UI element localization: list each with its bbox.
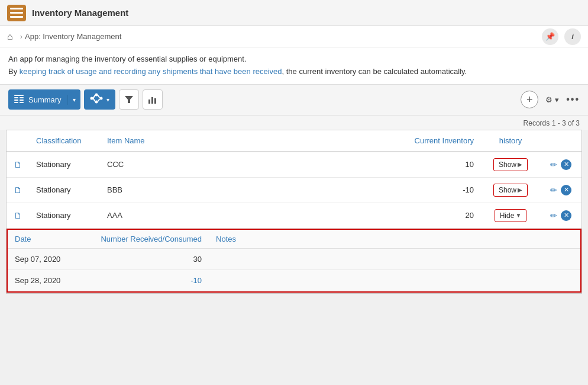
svg-rect-16 xyxy=(148,100,150,104)
edit-button[interactable]: ✏ xyxy=(550,185,557,195)
app-icon xyxy=(7,5,26,21)
svg-line-12 xyxy=(93,98,95,101)
row-item-name: AAA xyxy=(100,203,386,228)
row-current-inventory: 20 xyxy=(386,203,481,228)
table-header-row: Classification Item Name Current Invento… xyxy=(7,130,581,152)
delete-button[interactable]: ✕ xyxy=(561,185,571,195)
sub-row-notes xyxy=(209,270,580,291)
row-icon-cell: 🗋 xyxy=(7,177,29,203)
edit-button[interactable]: ✏ xyxy=(550,211,557,220)
table-row: 🗋 Stationary CCC 10 Show▶ ✏ ✕ xyxy=(7,152,581,178)
row-classification: Stationary xyxy=(29,177,100,203)
svg-rect-2 xyxy=(20,97,24,98)
svg-line-11 xyxy=(93,95,95,98)
connect-dropdown-icon: ▾ xyxy=(106,97,109,103)
breadcrumb: App: Inventory Management xyxy=(25,32,121,41)
home-icon[interactable]: ⌂ xyxy=(7,31,13,42)
row-classification: Stationary xyxy=(29,203,100,228)
view-dropdown-btn[interactable]: ▾ xyxy=(68,97,80,103)
view-selector[interactable]: Summary ▾ xyxy=(8,89,80,110)
filter-button[interactable] xyxy=(119,89,139,110)
hide-history-button[interactable]: Hide▼ xyxy=(495,209,527,222)
settings-button[interactable]: ⚙ ▾ xyxy=(542,93,563,107)
row-actions-cell: ✏ ✕ xyxy=(540,203,581,228)
show-history-button[interactable]: Show▶ xyxy=(493,158,528,171)
plus-icon: + xyxy=(526,94,533,106)
sub-col-header-number: Number Received/Consumed xyxy=(79,230,209,249)
sub-row-number: 30 xyxy=(79,248,209,270)
svg-point-8 xyxy=(95,94,98,97)
description-line2: By keeping track of usage and recording … xyxy=(8,66,580,78)
arrow-down-icon: ▼ xyxy=(515,212,521,219)
svg-rect-17 xyxy=(151,97,153,104)
col-header-item-name: Item Name xyxy=(100,130,386,152)
svg-rect-0 xyxy=(14,95,24,96)
doc-icon: 🗋 xyxy=(14,185,22,195)
svg-line-14 xyxy=(98,99,99,101)
row-current-inventory: -10 xyxy=(386,177,481,203)
col-header-current-inventory: Current Inventory xyxy=(386,130,481,152)
view-selector-main[interactable]: Summary xyxy=(8,95,68,105)
svg-rect-18 xyxy=(154,98,156,104)
row-actions-cell: ✏ ✕ xyxy=(540,177,581,203)
sub-col-header-notes: Notes xyxy=(209,230,580,249)
connect-button[interactable]: ▾ xyxy=(84,89,115,110)
pin-button[interactable]: 📌 xyxy=(542,28,558,45)
table-row: 🗋 Stationary BBB -10 Show▶ ✏ ✕ xyxy=(7,177,581,203)
svg-line-13 xyxy=(98,95,99,98)
sub-col-header-date: Date xyxy=(8,230,79,249)
description-bar: An app for managing the inventory of ess… xyxy=(0,47,588,85)
svg-point-9 xyxy=(95,101,98,104)
row-classification: Stationary xyxy=(29,152,100,178)
row-history-cell: Show▶ xyxy=(481,152,540,178)
col-header-icon xyxy=(7,130,29,152)
doc-icon: 🗋 xyxy=(14,211,22,220)
toolbar: Summary ▾ ▾ xyxy=(0,85,588,116)
chevron-down-icon: ▾ xyxy=(73,97,76,103)
edit-button[interactable]: ✏ xyxy=(550,160,557,169)
sub-table-header-row: Date Number Received/Consumed Notes xyxy=(8,230,580,249)
gear-icon: ⚙ xyxy=(545,95,553,104)
svg-rect-1 xyxy=(14,97,18,98)
arrow-right-icon: ▶ xyxy=(518,161,522,168)
settings-dropdown-icon: ▾ xyxy=(555,95,559,104)
show-label: Show xyxy=(499,161,516,169)
svg-rect-5 xyxy=(14,102,18,103)
sub-table-row: Sep 07, 2020 30 xyxy=(8,248,580,270)
info-button[interactable]: i xyxy=(564,28,581,45)
col-header-actions xyxy=(540,130,581,152)
breadcrumb-bar: ⌂ › App: Inventory Management 📌 i xyxy=(0,26,588,47)
svg-point-7 xyxy=(90,97,93,100)
sub-table-row: Sep 28, 2020 -10 xyxy=(8,270,580,291)
show-label: Show xyxy=(499,186,516,194)
records-count: Records 1 - 3 of 3 xyxy=(524,119,580,127)
delete-button[interactable]: ✕ xyxy=(561,159,571,170)
arrow-right-icon: ▶ xyxy=(518,187,522,193)
row-actions-cell: ✏ ✕ xyxy=(540,152,581,178)
delete-button[interactable]: ✕ xyxy=(561,210,571,221)
sub-row-date: Sep 07, 2020 xyxy=(8,248,79,270)
more-button[interactable]: ••• xyxy=(566,94,580,105)
sub-table-container: Date Number Received/Consumed Notes Sep … xyxy=(7,229,581,293)
add-button[interactable]: + xyxy=(521,91,538,108)
row-history-cell: Hide▼ xyxy=(481,203,540,228)
breadcrumb-separator: › xyxy=(20,32,22,41)
table-row: 🗋 Stationary AAA 20 Hide▼ ✏ ✕ xyxy=(7,203,581,228)
row-icon-cell: 🗋 xyxy=(7,152,29,178)
show-history-button[interactable]: Show▶ xyxy=(493,184,528,197)
chart-button[interactable] xyxy=(143,89,163,110)
records-info: Records 1 - 3 of 3 xyxy=(0,116,588,130)
table-icon xyxy=(14,95,24,105)
svg-rect-6 xyxy=(20,102,24,103)
svg-rect-4 xyxy=(20,100,24,101)
sub-row-number: -10 xyxy=(79,270,209,291)
row-history-cell: Show▶ xyxy=(481,177,540,203)
view-name: Summary xyxy=(28,95,62,104)
description-line1: An app for managing the inventory of ess… xyxy=(8,53,580,66)
row-current-inventory: 10 xyxy=(386,152,481,178)
main-content: Classification Item Name Current Invento… xyxy=(6,130,582,294)
svg-marker-15 xyxy=(125,96,133,103)
connect-icon xyxy=(90,93,103,106)
description-highlight: keeping track of usage and recording any… xyxy=(20,67,282,76)
col-header-history: history xyxy=(481,130,540,152)
